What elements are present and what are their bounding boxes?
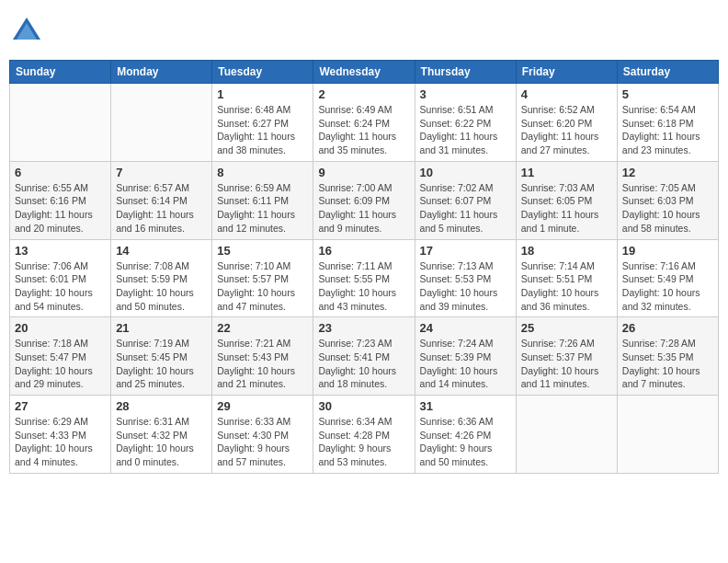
day-info: Sunrise: 7:08 AM Sunset: 5:59 PM Dayligh… (116, 259, 207, 314)
day-number: 5 (622, 87, 713, 101)
page-header (9, 9, 719, 52)
day-info: Sunrise: 6:54 AM Sunset: 6:18 PM Dayligh… (622, 103, 713, 157)
calendar-cell: 5Sunrise: 6:54 AM Sunset: 6:18 PM Daylig… (617, 84, 718, 162)
calendar-cell: 25Sunrise: 7:26 AM Sunset: 5:37 PM Dayli… (516, 317, 617, 396)
day-info: Sunrise: 6:52 AM Sunset: 6:20 PM Dayligh… (521, 103, 612, 157)
header-tuesday: Tuesday (212, 61, 313, 84)
calendar-cell: 4Sunrise: 6:52 AM Sunset: 6:20 PM Daylig… (516, 84, 617, 162)
calendar-cell: 10Sunrise: 7:02 AM Sunset: 6:07 PM Dayli… (415, 161, 516, 239)
calendar-cell: 11Sunrise: 7:03 AM Sunset: 6:05 PM Dayli… (516, 161, 617, 239)
calendar-cell: 3Sunrise: 6:51 AM Sunset: 6:22 PM Daylig… (415, 84, 516, 162)
calendar-cell: 30Sunrise: 6:34 AM Sunset: 4:28 PM Dayli… (313, 396, 415, 474)
calendar-cell: 16Sunrise: 7:11 AM Sunset: 5:55 PM Dayli… (313, 239, 415, 317)
day-number: 17 (420, 244, 511, 258)
day-info: Sunrise: 7:16 AM Sunset: 5:49 PM Dayligh… (622, 259, 713, 314)
calendar-cell: 27Sunrise: 6:29 AM Sunset: 4:33 PM Dayli… (10, 396, 111, 474)
day-number: 2 (318, 87, 409, 101)
day-number: 14 (116, 244, 207, 258)
calendar-cell: 26Sunrise: 7:28 AM Sunset: 5:35 PM Dayli… (617, 317, 718, 396)
calendar-cell: 8Sunrise: 6:59 AM Sunset: 6:11 PM Daylig… (212, 161, 313, 239)
day-info: Sunrise: 7:11 AM Sunset: 5:55 PM Dayligh… (318, 259, 409, 314)
day-info: Sunrise: 7:05 AM Sunset: 6:03 PM Dayligh… (622, 181, 713, 236)
day-info: Sunrise: 7:00 AM Sunset: 6:09 PM Dayligh… (318, 181, 409, 236)
calendar-table: SundayMondayTuesdayWednesdayThursdayFrid… (9, 60, 719, 474)
day-info: Sunrise: 6:49 AM Sunset: 6:24 PM Dayligh… (318, 103, 409, 157)
calendar-cell: 12Sunrise: 7:05 AM Sunset: 6:03 PM Dayli… (617, 161, 718, 239)
day-info: Sunrise: 7:28 AM Sunset: 5:35 PM Dayligh… (622, 337, 713, 391)
calendar-header-row: SundayMondayTuesdayWednesdayThursdayFrid… (10, 61, 719, 84)
calendar-cell: 31Sunrise: 6:36 AM Sunset: 4:26 PM Dayli… (415, 396, 516, 474)
day-number: 16 (318, 244, 409, 258)
day-number: 3 (420, 87, 511, 101)
day-number: 29 (217, 399, 308, 413)
week-row-5: 27Sunrise: 6:29 AM Sunset: 4:33 PM Dayli… (10, 396, 719, 474)
calendar-cell: 20Sunrise: 7:18 AM Sunset: 5:47 PM Dayli… (10, 317, 111, 396)
day-number: 13 (15, 244, 106, 258)
day-info: Sunrise: 7:19 AM Sunset: 5:45 PM Dayligh… (116, 337, 207, 391)
calendar-cell (617, 396, 718, 474)
calendar-cell: 6Sunrise: 6:55 AM Sunset: 6:16 PM Daylig… (10, 161, 111, 239)
day-info: Sunrise: 6:34 AM Sunset: 4:28 PM Dayligh… (318, 415, 409, 469)
calendar-cell (10, 84, 111, 162)
day-number: 6 (15, 166, 106, 179)
day-info: Sunrise: 7:24 AM Sunset: 5:39 PM Dayligh… (420, 337, 511, 391)
day-number: 18 (521, 244, 612, 258)
day-number: 15 (217, 244, 308, 258)
day-info: Sunrise: 7:13 AM Sunset: 5:53 PM Dayligh… (420, 259, 511, 314)
day-number: 19 (622, 244, 713, 258)
calendar-cell: 13Sunrise: 7:06 AM Sunset: 6:01 PM Dayli… (10, 239, 111, 317)
day-info: Sunrise: 6:57 AM Sunset: 6:14 PM Dayligh… (116, 181, 207, 236)
week-row-2: 6Sunrise: 6:55 AM Sunset: 6:16 PM Daylig… (10, 161, 719, 239)
week-row-3: 13Sunrise: 7:06 AM Sunset: 6:01 PM Dayli… (10, 239, 719, 317)
calendar-cell: 7Sunrise: 6:57 AM Sunset: 6:14 PM Daylig… (111, 161, 212, 239)
calendar-cell: 21Sunrise: 7:19 AM Sunset: 5:45 PM Dayli… (111, 317, 212, 396)
day-info: Sunrise: 7:10 AM Sunset: 5:57 PM Dayligh… (217, 259, 308, 314)
day-number: 21 (116, 321, 207, 335)
day-number: 26 (622, 321, 713, 335)
header-saturday: Saturday (617, 61, 718, 84)
day-info: Sunrise: 7:21 AM Sunset: 5:43 PM Dayligh… (217, 337, 308, 391)
day-number: 11 (521, 166, 612, 179)
day-number: 10 (420, 166, 511, 179)
calendar-cell: 1Sunrise: 6:48 AM Sunset: 6:27 PM Daylig… (212, 84, 313, 162)
day-info: Sunrise: 6:51 AM Sunset: 6:22 PM Dayligh… (420, 103, 511, 157)
week-row-1: 1Sunrise: 6:48 AM Sunset: 6:27 PM Daylig… (10, 84, 719, 162)
day-number: 9 (318, 166, 409, 179)
calendar-cell: 23Sunrise: 7:23 AM Sunset: 5:41 PM Dayli… (313, 317, 415, 396)
day-info: Sunrise: 7:06 AM Sunset: 6:01 PM Dayligh… (15, 259, 106, 314)
calendar-cell: 9Sunrise: 7:00 AM Sunset: 6:09 PM Daylig… (313, 161, 415, 239)
calendar-cell: 17Sunrise: 7:13 AM Sunset: 5:53 PM Dayli… (415, 239, 516, 317)
day-number: 12 (622, 166, 713, 179)
header-friday: Friday (516, 61, 617, 84)
day-number: 1 (217, 87, 308, 101)
header-thursday: Thursday (415, 61, 516, 84)
day-info: Sunrise: 6:31 AM Sunset: 4:32 PM Dayligh… (116, 415, 207, 469)
day-number: 20 (15, 321, 106, 335)
logo (9, 14, 44, 52)
week-row-4: 20Sunrise: 7:18 AM Sunset: 5:47 PM Dayli… (10, 317, 719, 396)
header-wednesday: Wednesday (313, 61, 415, 84)
day-number: 30 (318, 399, 409, 413)
calendar-cell: 2Sunrise: 6:49 AM Sunset: 6:24 PM Daylig… (313, 84, 415, 162)
logo-icon (9, 14, 44, 52)
day-info: Sunrise: 7:14 AM Sunset: 5:51 PM Dayligh… (521, 259, 612, 314)
day-info: Sunrise: 7:18 AM Sunset: 5:47 PM Dayligh… (15, 337, 106, 391)
day-info: Sunrise: 7:26 AM Sunset: 5:37 PM Dayligh… (521, 337, 612, 391)
day-info: Sunrise: 6:55 AM Sunset: 6:16 PM Dayligh… (15, 181, 106, 236)
day-info: Sunrise: 7:23 AM Sunset: 5:41 PM Dayligh… (318, 337, 409, 391)
header-sunday: Sunday (10, 61, 111, 84)
header-monday: Monday (111, 61, 212, 84)
calendar-cell: 15Sunrise: 7:10 AM Sunset: 5:57 PM Dayli… (212, 239, 313, 317)
calendar-cell: 29Sunrise: 6:33 AM Sunset: 4:30 PM Dayli… (212, 396, 313, 474)
day-number: 28 (116, 399, 207, 413)
day-number: 7 (116, 166, 207, 179)
calendar-cell: 19Sunrise: 7:16 AM Sunset: 5:49 PM Dayli… (617, 239, 718, 317)
calendar-cell: 22Sunrise: 7:21 AM Sunset: 5:43 PM Dayli… (212, 317, 313, 396)
day-number: 27 (15, 399, 106, 413)
day-info: Sunrise: 6:29 AM Sunset: 4:33 PM Dayligh… (15, 415, 106, 469)
day-info: Sunrise: 6:48 AM Sunset: 6:27 PM Dayligh… (217, 103, 308, 157)
day-number: 23 (318, 321, 409, 335)
day-number: 24 (420, 321, 511, 335)
calendar-cell: 14Sunrise: 7:08 AM Sunset: 5:59 PM Dayli… (111, 239, 212, 317)
day-info: Sunrise: 6:36 AM Sunset: 4:26 PM Dayligh… (420, 415, 511, 469)
